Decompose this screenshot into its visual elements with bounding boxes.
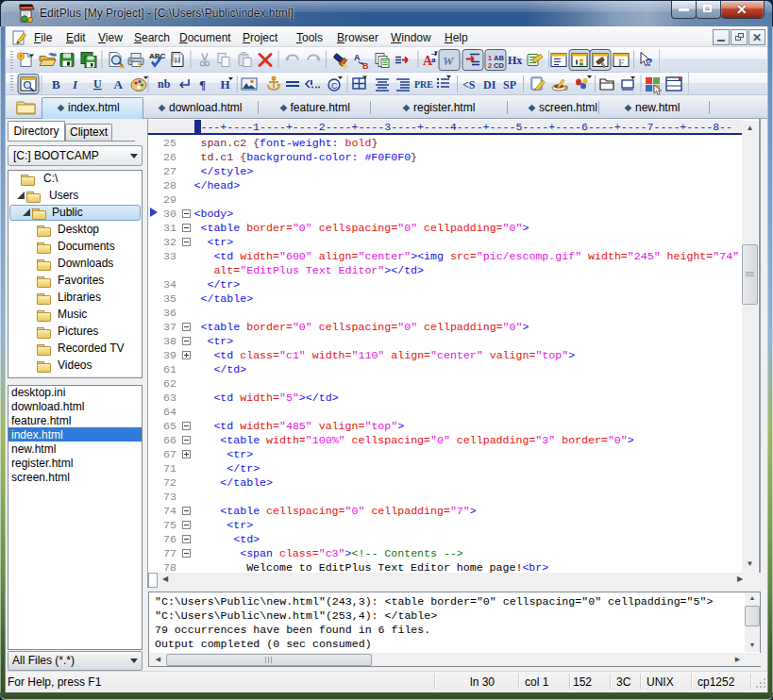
svg-text:?: ?	[647, 55, 653, 69]
svg-text:U: U	[93, 77, 102, 91]
svg-text:F: F	[618, 57, 625, 68]
svg-text:B: B	[362, 61, 369, 71]
svg-text:A: A	[114, 77, 124, 92]
svg-text:C: C	[331, 81, 338, 91]
svg-text:PRE: PRE	[414, 79, 433, 90]
svg-text:W: W	[443, 54, 455, 68]
svg-text:nb: nb	[158, 77, 171, 91]
svg-text:SP: SP	[503, 78, 516, 92]
svg-text:H: H	[221, 77, 230, 92]
svg-text:¶: ¶	[199, 77, 206, 92]
svg-text:I: I	[72, 77, 78, 92]
svg-text:B: B	[52, 77, 60, 92]
svg-text:2: 2	[488, 61, 492, 70]
svg-text:CD: CD	[494, 61, 504, 70]
svg-text:A: A	[354, 53, 361, 62]
svg-text:<S: <S	[462, 78, 476, 92]
svg-text:ABC: ABC	[149, 52, 166, 60]
svg-text:DI: DI	[483, 78, 496, 92]
svg-text:Hx: Hx	[508, 54, 522, 67]
